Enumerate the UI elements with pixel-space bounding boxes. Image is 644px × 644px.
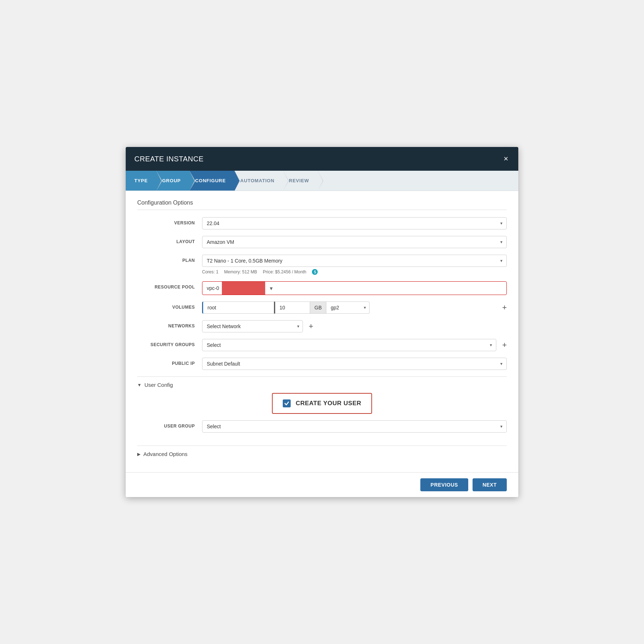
network-select-wrapper: Select Network ▾: [202, 320, 303, 332]
layout-select[interactable]: Amazon VM: [202, 236, 507, 248]
volumes-add-button[interactable]: +: [496, 304, 507, 312]
modal-header: CREATE INSTANCE ×: [126, 147, 518, 171]
networks-inputs: Select Network ▾ +: [202, 320, 507, 332]
plan-price: Price: $5.2456 / Month: [263, 269, 307, 274]
layout-control: Amazon VM ▾: [202, 236, 507, 248]
security-groups-inputs: Select ▾ +: [202, 339, 507, 351]
close-button[interactable]: ×: [502, 153, 510, 164]
security-groups-select-wrapper: Select ▾: [202, 339, 496, 351]
resource-pool-red-value: [222, 282, 265, 295]
volumes-fields: GB gp2 ▾: [202, 301, 496, 314]
plan-label: PLAN: [137, 255, 202, 263]
create-user-label: CREATE YOUR USER: [296, 400, 361, 407]
checkmark-icon: [284, 401, 289, 406]
user-config-content: CREATE YOUR USER USER GROUP Select ▾: [137, 388, 507, 433]
layout-row: LAYOUT Amazon VM ▾: [137, 236, 507, 248]
version-row: VERSION 22.04 ▾: [137, 217, 507, 229]
resource-pool-control: vpc-0 ▾: [202, 281, 507, 295]
version-select[interactable]: 22.04: [202, 217, 507, 229]
networks-control: Select Network ▾ +: [202, 320, 507, 332]
user-group-select[interactable]: Select: [202, 420, 507, 433]
user-group-label: USER GROUP: [137, 420, 202, 429]
volumes-name-input[interactable]: [202, 301, 274, 314]
next-button[interactable]: NEXT: [473, 478, 507, 491]
create-user-box: CREATE YOUR USER: [137, 393, 507, 414]
user-config-title: User Config: [144, 382, 173, 388]
version-control: 22.04 ▾: [202, 217, 507, 229]
public-ip-select[interactable]: Subnet Default: [202, 358, 507, 370]
wizard-step-automation-label: AUTOMATION: [240, 178, 274, 183]
volumes-label: VOLUMES: [137, 301, 202, 310]
volumes-row: VOLUMES GB gp2 ▾ +: [137, 301, 507, 314]
advanced-options-title: Advanced Options: [143, 451, 188, 457]
wizard-step-configure[interactable]: CONFIGURE: [189, 171, 234, 191]
networks-add-button[interactable]: +: [303, 322, 313, 330]
create-user-checkbox[interactable]: [283, 399, 291, 407]
resource-pool-chevron-icon[interactable]: ▾: [265, 282, 277, 295]
security-groups-control: Select ▾ +: [202, 339, 507, 351]
create-instance-modal: CREATE INSTANCE × TYPE GROUP CONFIGURE A…: [126, 147, 518, 497]
volumes-type-select-wrapper: gp2 ▾: [326, 301, 370, 314]
volumes-size-input[interactable]: [274, 301, 310, 314]
user-group-select-wrapper: Select ▾: [202, 420, 507, 433]
resource-pool-row: RESOURCE POOL vpc-0 ▾: [137, 281, 507, 295]
user-config-arrow-icon: ▼: [137, 383, 142, 388]
user-group-row: USER GROUP Select ▾: [137, 420, 507, 433]
wizard-step-configure-label: CONFIGURE: [195, 178, 226, 183]
wizard-step-type-label: TYPE: [134, 178, 148, 183]
version-label: VERSION: [137, 217, 202, 225]
price-info-icon: S: [312, 269, 318, 275]
version-select-wrapper: 22.04 ▾: [202, 217, 507, 229]
security-groups-select[interactable]: Select: [202, 339, 496, 351]
plan-cores: Cores: 1: [202, 269, 218, 274]
advanced-options-arrow-icon: ▶: [137, 452, 140, 457]
security-groups-row: SECURITY GROUPS Select ▾ +: [137, 339, 507, 351]
advanced-options-header[interactable]: ▶ Advanced Options: [137, 451, 507, 457]
modal-footer: PREVIOUS NEXT: [126, 472, 518, 497]
network-select[interactable]: Select Network: [202, 320, 303, 332]
volumes-control: GB gp2 ▾ +: [202, 301, 507, 314]
security-groups-label: SECURITY GROUPS: [137, 339, 202, 347]
user-group-control: Select ▾: [202, 420, 507, 433]
resource-pool-prefix: vpc-0: [202, 282, 222, 294]
wizard-step-review-label: REVIEW: [289, 178, 309, 183]
config-options-title: Configuration Options: [137, 200, 507, 210]
plan-select[interactable]: T2 Nano - 1 Core, 0.5GB Memory: [202, 255, 507, 267]
security-groups-add-button[interactable]: +: [496, 341, 507, 349]
volumes-inputs: GB gp2 ▾ +: [202, 301, 507, 314]
layout-select-wrapper: Amazon VM ▾: [202, 236, 507, 248]
layout-label: LAYOUT: [137, 236, 202, 244]
networks-row: NETWORKS Select Network ▾ +: [137, 320, 507, 332]
advanced-options-section: ▶ Advanced Options: [137, 446, 507, 462]
volumes-type-select[interactable]: gp2: [326, 301, 370, 314]
plan-memory: Memory: 512 MB: [224, 269, 257, 274]
public-ip-row: PUBLIC IP Subnet Default ▾: [137, 358, 507, 370]
user-config-section: ▼ User Config CREATE YOUR USER: [137, 376, 507, 444]
previous-button[interactable]: PREVIOUS: [420, 478, 468, 491]
wizard-step-automation[interactable]: AUTOMATION: [234, 171, 283, 191]
plan-select-wrapper: T2 Nano - 1 Core, 0.5GB Memory ▾: [202, 255, 507, 267]
modal-body: Configuration Options VERSION 22.04 ▾ LA…: [126, 191, 518, 472]
user-config-header[interactable]: ▼ User Config: [137, 382, 507, 388]
wizard-nav: TYPE GROUP CONFIGURE AUTOMATION REVIEW: [126, 171, 518, 191]
public-ip-control: Subnet Default ▾: [202, 358, 507, 370]
resource-pool-label: RESOURCE POOL: [137, 281, 202, 290]
public-ip-label: PUBLIC IP: [137, 358, 202, 366]
plan-info: Cores: 1 Memory: 512 MB Price: $5.2456 /…: [202, 269, 507, 275]
wizard-step-type[interactable]: TYPE: [126, 171, 156, 191]
modal-title: CREATE INSTANCE: [134, 155, 204, 163]
public-ip-select-wrapper: Subnet Default ▾: [202, 358, 507, 370]
plan-control: T2 Nano - 1 Core, 0.5GB Memory ▾ Cores: …: [202, 255, 507, 275]
networks-label: NETWORKS: [137, 320, 202, 328]
plan-row: PLAN T2 Nano - 1 Core, 0.5GB Memory ▾ Co…: [137, 255, 507, 275]
volumes-unit-label: GB: [310, 301, 326, 314]
wizard-step-group-label: GROUP: [162, 178, 181, 183]
resource-pool-input-wrapper: vpc-0 ▾: [202, 281, 507, 295]
create-user-checkbox-area[interactable]: CREATE YOUR USER: [272, 393, 372, 414]
